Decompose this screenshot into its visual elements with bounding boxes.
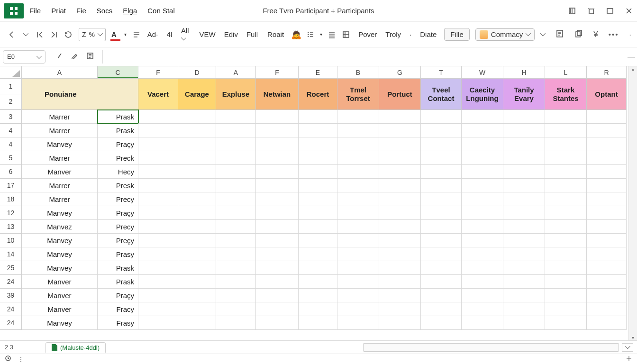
cell-empty[interactable] (337, 179, 379, 192)
cell-c[interactable]: Hecy (98, 165, 138, 179)
cell-empty[interactable] (216, 302, 256, 316)
cell-empty[interactable] (462, 165, 503, 179)
col-header-4[interactable]: A (216, 66, 256, 79)
cell-empty[interactable] (216, 234, 256, 247)
ediv-button[interactable]: Ediv (222, 29, 240, 39)
cell-empty[interactable] (337, 192, 379, 206)
cell-empty[interactable] (587, 165, 627, 179)
cell-empty[interactable] (462, 124, 503, 137)
menu-priat[interactable]: Priat (51, 7, 66, 15)
indent-right-icon[interactable] (49, 30, 59, 39)
cell-empty[interactable] (421, 179, 462, 192)
ribbon-word-pover[interactable]: Pover (356, 29, 379, 39)
cell-empty[interactable] (545, 206, 587, 220)
row-header[interactable]: 5 (0, 151, 22, 165)
cell-empty[interactable] (138, 247, 178, 261)
cell-empty[interactable] (299, 275, 337, 289)
cell-empty[interactable] (138, 316, 178, 330)
cell-empty[interactable] (178, 151, 216, 165)
cell-empty[interactable] (256, 124, 299, 137)
cell-empty[interactable] (587, 192, 627, 206)
cell-empty[interactable] (421, 261, 462, 275)
row-header[interactable]: 14 (0, 247, 22, 261)
cell-empty[interactable] (256, 247, 299, 261)
cell-a[interactable]: Manvey (22, 247, 98, 261)
cell-a[interactable]: Manver (22, 275, 98, 289)
cell-empty[interactable] (216, 151, 256, 165)
cell-empty[interactable] (379, 124, 421, 137)
cell-empty[interactable] (256, 151, 299, 165)
cell-empty[interactable] (421, 247, 462, 261)
cell-empty[interactable] (379, 302, 421, 316)
cell-empty[interactable] (256, 289, 299, 302)
formula-collapse-icon[interactable]: — (626, 53, 637, 61)
cell-empty[interactable] (178, 316, 216, 330)
copy-icon[interactable] (574, 29, 583, 39)
edit-icon[interactable] (71, 53, 78, 61)
cell-empty[interactable] (379, 261, 421, 275)
cell-empty[interactable] (503, 289, 545, 302)
font-color-button[interactable]: A (111, 30, 117, 38)
cell-empty[interactable] (299, 137, 337, 151)
cell-empty[interactable] (299, 179, 337, 192)
cell-empty[interactable] (216, 165, 256, 179)
row-header[interactable]: 3 (0, 110, 22, 124)
menu-socs[interactable]: Socs (97, 7, 112, 15)
status-more-icon[interactable]: ⋮ (18, 356, 24, 363)
row-header-1-2[interactable]: 12 (0, 79, 22, 110)
cell-empty[interactable] (379, 275, 421, 289)
cell-empty[interactable] (462, 275, 503, 289)
cell-empty[interactable] (545, 247, 587, 261)
cell-empty[interactable] (503, 206, 545, 220)
cell-empty[interactable] (462, 316, 503, 330)
cell-empty[interactable] (503, 302, 545, 316)
cell-empty[interactable] (216, 220, 256, 234)
cell-empty[interactable] (545, 275, 587, 289)
cell-a[interactable]: Marrer (22, 124, 98, 137)
cell-empty[interactable] (587, 179, 627, 192)
cell-c[interactable]: Preck (98, 151, 138, 165)
cell-empty[interactable] (178, 289, 216, 302)
cell-empty[interactable] (337, 151, 379, 165)
cell-empty[interactable] (503, 192, 545, 206)
cell-empty[interactable] (178, 124, 216, 137)
cell-empty[interactable] (379, 192, 421, 206)
col-header-3[interactable]: D (178, 66, 216, 79)
cell-a[interactable]: Manvey (22, 206, 98, 220)
cell-empty[interactable] (421, 316, 462, 330)
refresh-icon[interactable] (64, 30, 73, 39)
spreadsheet-grid[interactable]: ACFDAFEBGTWHLR12PonuianeVacertCarageExpl… (0, 66, 637, 330)
menu-con stal[interactable]: Con Stal (147, 7, 175, 15)
cell-empty[interactable] (178, 137, 216, 151)
cell-empty[interactable] (462, 289, 503, 302)
roait-button[interactable]: Roait (265, 29, 286, 39)
cell-empty[interactable] (216, 289, 256, 302)
cell-c[interactable]: Presk (98, 179, 138, 192)
cell-c[interactable]: Praçy (98, 206, 138, 220)
cell-c[interactable]: Precy (98, 220, 138, 234)
cell-empty[interactable] (216, 124, 256, 137)
cell-empty[interactable] (337, 316, 379, 330)
cell-empty[interactable] (462, 137, 503, 151)
notes-icon[interactable] (568, 7, 576, 15)
cell-empty[interactable] (337, 234, 379, 247)
cell-empty[interactable] (256, 137, 299, 151)
cell-empty[interactable] (503, 234, 545, 247)
function-icon[interactable] (86, 52, 94, 62)
cell-empty[interactable] (337, 110, 379, 124)
cell-empty[interactable] (178, 179, 216, 192)
cell-empty[interactable] (379, 179, 421, 192)
cell-empty[interactable] (545, 302, 587, 316)
cell-empty[interactable] (421, 206, 462, 220)
cell-empty[interactable] (216, 247, 256, 261)
cell-empty[interactable] (587, 275, 627, 289)
cell-empty[interactable] (138, 275, 178, 289)
menu-elga[interactable]: Elga (123, 7, 137, 15)
cell-empty[interactable] (299, 289, 337, 302)
row-header[interactable]: 17 (0, 179, 22, 192)
cell-empty[interactable] (337, 261, 379, 275)
cell-a[interactable]: Marrer (22, 192, 98, 206)
cell-empty[interactable] (379, 316, 421, 330)
cell-a[interactable]: Manvey (22, 316, 98, 330)
cell-empty[interactable] (256, 275, 299, 289)
